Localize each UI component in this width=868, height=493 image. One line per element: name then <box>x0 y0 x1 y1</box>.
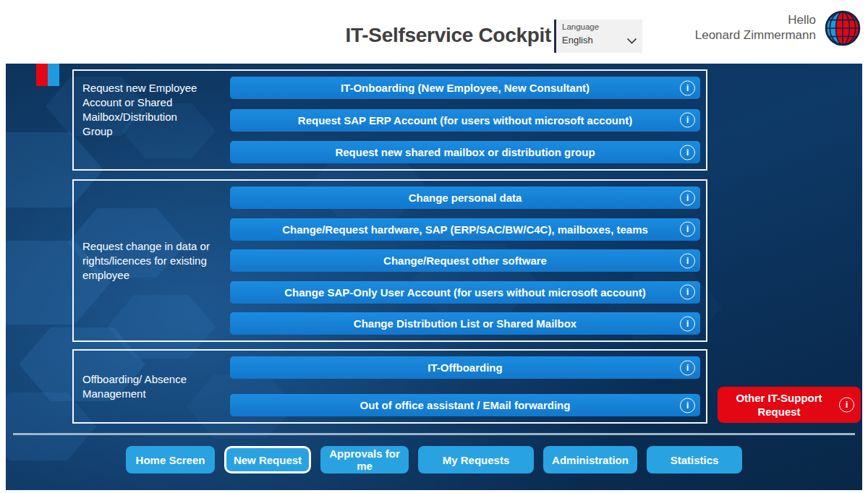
nav-divider-line <box>13 433 855 435</box>
header: IT-Selfservice Cockpit Language English … <box>0 0 868 64</box>
page-title: IT-Selfservice Cockpit <box>217 24 551 47</box>
info-icon[interactable]: i <box>680 113 695 128</box>
language-dropdown[interactable]: English <box>556 33 642 50</box>
action-button[interactable]: Change/Request other softwarei <box>230 249 700 272</box>
section-group-2: Request change in data or rights/licence… <box>72 179 707 342</box>
action-button-label: Out of office assistant / EMail forwardi… <box>336 399 595 411</box>
greeting-hello: Hello <box>695 12 816 27</box>
globe-logo-icon <box>825 10 861 46</box>
section-buttons: IT-OffboardingiOut of office assistant /… <box>230 351 700 422</box>
nav-administration-button[interactable]: Administration <box>543 446 637 473</box>
info-icon[interactable]: i <box>680 360 695 375</box>
info-icon[interactable]: i <box>680 80 695 95</box>
greeting-username: Leonard Zimmermann <box>695 27 816 43</box>
brand-flag-mark <box>36 64 59 86</box>
action-button-label: IT-Offboarding <box>403 361 527 374</box>
section-label: Request new Employee Account or Shared M… <box>74 71 230 169</box>
action-button-label: Change SAP-Only User Account (for users … <box>260 286 671 299</box>
bottom-navigation: Home ScreenNew RequestApprovals for meMy… <box>6 446 862 473</box>
other-it-support-request-button[interactable]: Other IT-Support Request i <box>718 387 861 423</box>
action-button[interactable]: Change/Request hardware, SAP (ERP/SAC/BW… <box>230 218 700 241</box>
action-button-label: Request SAP ERP Account (for users witho… <box>273 114 657 127</box>
info-icon[interactable]: i <box>680 253 695 268</box>
action-button-label: Change/Request hardware, SAP (ERP/SAC/BW… <box>258 223 673 236</box>
section-buttons: Change personal dataiChange/Request hard… <box>230 181 700 340</box>
section-label: Offboarding/ Absence Management <box>74 351 230 422</box>
flag-blue-bar <box>48 64 59 86</box>
it-selfservice-cockpit-page: IT-Selfservice Cockpit Language English … <box>0 0 868 493</box>
action-button[interactable]: Request SAP ERP Account (for users witho… <box>230 109 700 132</box>
nav-my-requests-button[interactable]: My Requests <box>418 446 534 473</box>
info-icon[interactable]: i <box>839 398 854 413</box>
nav-approvals-for-me-button[interactable]: Approvals for me <box>320 446 409 473</box>
flag-red-bar <box>36 64 48 86</box>
action-button[interactable]: IT-Onboarding (New Employee, New Consult… <box>230 77 700 99</box>
nav-statistics-button[interactable]: Statistics <box>647 446 742 473</box>
action-button[interactable]: Out of office assistant / EMail forwardi… <box>230 394 700 416</box>
action-button-label: IT-Onboarding (New Employee, New Consult… <box>316 82 614 94</box>
section-group-1: Request new Employee Account or Shared M… <box>72 69 707 171</box>
action-button[interactable]: IT-Offboardingi <box>230 356 700 379</box>
language-label: Language <box>556 20 642 33</box>
section-buttons: IT-Onboarding (New Employee, New Consult… <box>230 71 700 169</box>
chevron-down-icon <box>626 38 637 44</box>
action-button[interactable]: Change SAP-Only User Account (for users … <box>230 281 700 304</box>
section-label: Request change in data or rights/licence… <box>74 181 230 340</box>
info-icon[interactable]: i <box>680 190 695 205</box>
language-selected-value: English <box>556 35 593 46</box>
nav-home-screen-button[interactable]: Home Screen <box>126 446 215 473</box>
action-button-label: Change personal data <box>384 192 547 204</box>
action-button[interactable]: Change Distribution List or Shared Mailb… <box>230 312 700 335</box>
section-group-3: Offboarding/ Absence ManagementIT-Offboa… <box>72 349 707 424</box>
info-icon[interactable]: i <box>680 316 695 331</box>
user-greeting: Hello Leonard Zimmermann <box>695 12 816 43</box>
action-button-label: Change Distribution List or Shared Mailb… <box>329 317 601 330</box>
info-icon[interactable]: i <box>680 222 695 237</box>
language-picker: Language English <box>556 20 642 53</box>
main-canvas: Request new Employee Account or Shared M… <box>6 64 862 490</box>
action-button-label: Change/Request other software <box>359 254 571 267</box>
info-icon[interactable]: i <box>680 285 695 300</box>
info-icon[interactable]: i <box>680 398 695 413</box>
info-icon[interactable]: i <box>680 145 695 160</box>
action-button-label: Request new shared mailbox or distributi… <box>310 146 619 158</box>
action-button[interactable]: Change personal datai <box>230 187 700 209</box>
nav-new-request-button[interactable]: New Request <box>224 446 311 473</box>
action-button[interactable]: Request new shared mailbox or distributi… <box>230 141 700 163</box>
